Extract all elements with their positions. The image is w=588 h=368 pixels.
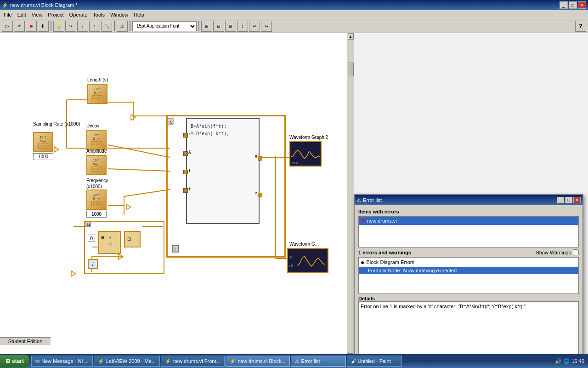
dialog-title-bar: ⚠ Error list _ □ ✕ bbox=[355, 195, 582, 205]
inner-loop: 0 ⊞ ÷ ÷ ⊡ ⊡ i bbox=[84, 221, 164, 274]
errors-header: 1 errors and warnings Show Warnings bbox=[358, 249, 579, 255]
close-button[interactable]: ✕ bbox=[578, 1, 586, 9]
student-edition: Student Edition bbox=[0, 337, 51, 345]
step-out-btn[interactable]: ↑ bbox=[89, 21, 100, 32]
run-cont-btn[interactable]: ⟳ bbox=[14, 21, 25, 32]
font-selector[interactable]: 15pt Application Font bbox=[132, 21, 197, 31]
svg-line-10 bbox=[124, 190, 170, 196]
waveform-graph-2-label: Waveform Graph 2 bbox=[289, 135, 328, 140]
resize-btn[interactable]: ⊠ bbox=[225, 21, 236, 32]
menu-help[interactable]: Help bbox=[131, 11, 147, 18]
sampling-rate-control[interactable]: Sampling Rate (x1000) 10⁻⁵ 5—+ DBL 1000 bbox=[33, 132, 53, 152]
sub-box-1[interactable]: ⊞ ÷ ÷ ⊡ bbox=[98, 231, 121, 254]
frequency-control[interactable]: Frequency(x1000) 10⁻⁵ 5—+ DBL 1000 bbox=[86, 190, 107, 210]
taskbar-item-5[interactable]: 🖌 Untitled - Paint bbox=[347, 356, 402, 367]
taskbar-item-2[interactable]: ⚡ new drums.vi Front... bbox=[161, 356, 225, 367]
title-bar-controls: _ □ ✕ bbox=[560, 1, 586, 9]
menu-tools[interactable]: Tools bbox=[90, 11, 107, 18]
step-into-btn[interactable]: ↓ bbox=[77, 21, 88, 32]
waveform-graph-2[interactable]: DBL bbox=[289, 141, 322, 167]
frequency-knob[interactable]: 10⁻⁵ 5—+ DBL bbox=[86, 190, 107, 210]
decay-label: Decay bbox=[86, 123, 99, 128]
menu-file[interactable]: File bbox=[1, 11, 15, 18]
frequency-value: 1000 bbox=[86, 211, 107, 218]
waveform-graph-2-svg: DBL bbox=[291, 143, 320, 165]
length-knob[interactable]: 10⁻⁵ 5—+ DBL bbox=[87, 84, 107, 104]
amplitude-label: Amplitude bbox=[86, 149, 107, 154]
dialog-minimize[interactable]: _ bbox=[557, 197, 564, 203]
waveform-graph-c[interactable]: Y dt bbox=[287, 248, 328, 273]
menu-project[interactable]: Project bbox=[45, 11, 66, 18]
minimize-button[interactable]: _ bbox=[560, 1, 568, 9]
scroll-up[interactable]: ▲ bbox=[348, 33, 354, 40]
dialog-title-left: ⚠ Error list bbox=[356, 197, 382, 203]
taskbar-icon-2: ⚡ bbox=[165, 358, 171, 364]
dialog-content: Items with errors ✕ new drums.vi 1 error… bbox=[355, 205, 582, 360]
taskbar-icon-0: ✉ bbox=[35, 358, 40, 364]
redo-btn[interactable]: ↪ bbox=[261, 21, 272, 32]
tray-icon-2: 🌐 bbox=[563, 358, 570, 364]
dialog-close[interactable]: ✕ bbox=[573, 197, 581, 203]
formula-input-t bbox=[183, 188, 188, 193]
warn-btn[interactable]: ⚠ bbox=[117, 21, 128, 32]
reorder-btn[interactable]: ↕ bbox=[237, 21, 248, 32]
sub-box-2[interactable]: ⊡ bbox=[124, 231, 141, 247]
waveform-graph-c-label: Waveform G... bbox=[289, 242, 319, 247]
align-btn[interactable]: ⊞ bbox=[201, 21, 212, 32]
formula-error-label: Formula Node: Array indexing expected bbox=[368, 268, 457, 273]
dialog-icon: ⚠ bbox=[356, 197, 361, 203]
menu-view[interactable]: View bbox=[29, 11, 45, 18]
maximize-button[interactable]: □ bbox=[569, 1, 577, 9]
sampling-rate-knob[interactable]: 10⁻⁵ 5—+ DBL bbox=[33, 132, 53, 152]
probe-btn[interactable]: 🔍 bbox=[101, 21, 112, 32]
pause-btn[interactable]: ⏸ bbox=[38, 21, 49, 32]
error-vi-item[interactable]: ✕ new drums.vi bbox=[359, 217, 578, 225]
bd-canvas[interactable]: N N i Length (s) 10⁻⁵ 5—+ DBL bbox=[0, 33, 354, 360]
menu-edit[interactable]: Edit bbox=[15, 11, 29, 18]
amplitude-knob[interactable]: 10⁻⁵ 5—+ DBL bbox=[86, 155, 107, 175]
scrollbar-right[interactable]: ▲ ▼ bbox=[347, 33, 354, 360]
errors-tree-list[interactable]: ● Block Diagram Errors Formula Node: Arr… bbox=[358, 257, 579, 294]
highlight-btn[interactable]: 💡 bbox=[53, 21, 64, 32]
items-list[interactable]: ✕ new drums.vi bbox=[358, 216, 579, 247]
sampling-rate-label: Sampling Rate (x1000) bbox=[33, 121, 80, 127]
svg-line-6 bbox=[108, 145, 170, 157]
formula-node[interactable]: B=A*sin(f*t);Y=B*exp(-k*t); k A f t B Y bbox=[186, 118, 260, 224]
taskbar-item-4[interactable]: ⚠ Error list bbox=[291, 356, 346, 367]
step-over-btn[interactable]: ↷ bbox=[65, 21, 76, 32]
taskbar-item-1[interactable]: ⚡ LabVIEW 2009 - Me... bbox=[94, 356, 160, 367]
show-warnings-checkbox[interactable] bbox=[573, 249, 579, 255]
student-edition-label: Student Edition bbox=[8, 339, 43, 344]
help-context-btn[interactable]: ? bbox=[575, 21, 586, 32]
taskbar-label-3: new drums.vi Block... bbox=[238, 358, 286, 364]
svg-text:⊡: ⊡ bbox=[109, 242, 113, 246]
taskbar-icon-3: ⚡ bbox=[230, 358, 236, 364]
dialog-maximize[interactable]: □ bbox=[565, 197, 572, 203]
bd-errors-category[interactable]: ● Block Diagram Errors bbox=[359, 258, 578, 267]
abort-btn[interactable]: ■ bbox=[26, 21, 37, 32]
taskbar-icon-5: 🖌 bbox=[351, 358, 356, 364]
amplitude-control[interactable]: Amplitude 10⁻⁵ 5—+ DBL bbox=[86, 155, 107, 175]
formula-error-item[interactable]: Formula Node: Array indexing expected bbox=[359, 267, 578, 274]
toolbar: ▷ ⟳ ■ ⏸ 💡 ↷ ↓ ↑ 🔍 ⚠ 15pt Application Fon… bbox=[0, 19, 588, 33]
menu-window[interactable]: Window bbox=[107, 11, 131, 18]
decay-control[interactable]: Decay 10⁻⁵ 5—+ DBL bbox=[86, 130, 107, 150]
scroll-thumb[interactable] bbox=[348, 63, 354, 76]
svg-text:DBL: DBL bbox=[292, 161, 299, 165]
taskbar-icon-4: ⚠ bbox=[295, 358, 300, 364]
run-arrow-btn[interactable]: ▷ bbox=[2, 21, 13, 32]
start-button[interactable]: ⊞ start bbox=[0, 355, 29, 368]
bullet-dot: ● bbox=[361, 259, 364, 266]
decay-knob[interactable]: 10⁻⁵ 5—+ DBL bbox=[86, 130, 107, 150]
length-control[interactable]: Length (s) 10⁻⁵ 5—+ DBL bbox=[87, 84, 107, 104]
menu-operate[interactable]: Operate bbox=[67, 11, 90, 18]
formula-input-f bbox=[183, 170, 188, 174]
svg-line-7 bbox=[108, 169, 170, 171]
port-f: f bbox=[188, 168, 191, 173]
taskbar-item-3[interactable]: ⚡ new drums.vi Block... bbox=[226, 356, 290, 367]
details-section: Details Error on line 1 is marked by a '… bbox=[358, 296, 579, 357]
taskbar-item-0[interactable]: ✉ New Message - NI ... bbox=[31, 356, 93, 367]
undo-btn[interactable]: ↩ bbox=[249, 21, 260, 32]
waveform-graph-2-area: Waveform Graph 2 DBL bbox=[289, 141, 322, 167]
dist-btn[interactable]: ⊟ bbox=[213, 21, 224, 32]
